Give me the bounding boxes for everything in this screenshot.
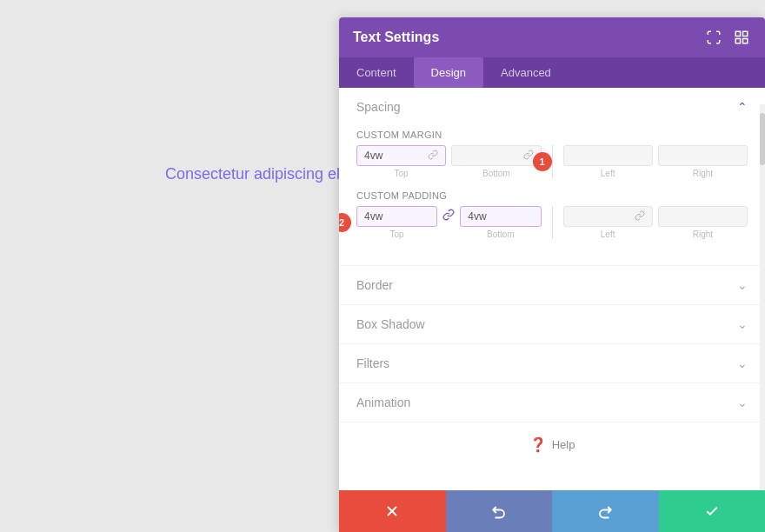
margin-right-input[interactable] [666,150,740,162]
tab-advanced[interactable]: Advanced [483,57,569,88]
box-shadow-section: Box Shadow ⌄ [339,305,765,344]
svg-rect-1 [743,31,748,36]
padding-separator [552,206,553,239]
help-row: ❓ Help [339,422,765,467]
margin-left-group: Left [563,145,653,178]
save-button[interactable] [659,490,766,532]
margin-right-wrapper [658,145,748,166]
filters-section-header[interactable]: Filters ⌄ [339,344,765,382]
tab-content[interactable]: Content [339,57,414,88]
tabs-bar: Content Design Advanced [339,57,765,88]
padding-link-icon[interactable] [442,209,455,223]
tab-design[interactable]: Design [414,57,483,88]
animation-collapse-icon: ⌄ [737,396,748,409]
badge-2: 2 [339,213,351,232]
animation-section: Animation ⌄ [339,383,765,422]
scrollbar-track [760,104,765,490]
padding-right-group: Right [658,206,748,239]
margin-left-label: Left [601,169,615,178]
padding-bottom-label: Bottom [487,229,515,239]
panel-body: Spacing ⌃ Custom Margin [339,88,765,490]
margin-top-group: Top [356,145,446,178]
filters-section: Filters ⌄ [339,344,765,383]
custom-margin-label: Custom Margin [356,130,748,140]
sample-text: Consectetur adipiscing elit [165,165,348,183]
padding-top-group: Top [356,206,437,239]
padding-right-wrapper [658,206,748,227]
help-icon: ❓ [529,436,547,453]
spacing-section-header[interactable]: Spacing ⌃ [339,88,765,126]
border-section-title: Border [356,278,393,292]
panel-title: Text Settings [353,30,439,45]
layout-icon[interactable] [732,28,751,47]
filters-section-title: Filters [356,356,389,370]
spacing-section: Spacing ⌃ Custom Margin [339,88,765,266]
animation-section-title: Animation [356,396,410,409]
panel-header-icons [704,28,751,47]
padding-left-link-icon[interactable] [635,210,645,223]
margin-bottom-input[interactable] [459,150,519,162]
settings-panel: Text Settings Content Design Advanced Sp… [339,17,765,532]
margin-bottom-wrapper [451,145,541,166]
padding-left-label: Left [601,229,615,239]
expand-icon[interactable] [704,28,723,47]
margin-top-input[interactable] [364,150,424,162]
padding-bottom-wrapper [460,206,541,227]
border-section: Border ⌄ [339,266,765,305]
panel-footer [339,490,765,532]
animation-section-header[interactable]: Animation ⌄ [339,383,765,422]
margin-left-input[interactable] [571,150,645,162]
padding-right-label: Right [693,229,713,239]
padding-left-input[interactable] [571,210,631,223]
spacing-collapse-icon: ⌃ [737,100,748,114]
cancel-button[interactable] [339,490,446,532]
margin-right-label: Right [693,169,713,178]
svg-rect-2 [743,39,748,43]
badge-1: 1 [533,152,552,171]
margin-top-link-icon[interactable] [428,150,438,162]
padding-right-input[interactable] [666,210,740,223]
panel-header: Text Settings [339,17,765,57]
custom-margin-group: Custom Margin [356,130,748,178]
svg-rect-0 [735,31,740,36]
margin-top-wrapper [356,145,446,166]
margin-top-label: Top [395,169,409,178]
box-shadow-section-title: Box Shadow [356,317,425,331]
box-shadow-collapse-icon: ⌄ [737,317,748,331]
margin-left-wrapper [563,145,653,166]
box-shadow-section-header[interactable]: Box Shadow ⌄ [339,305,765,343]
spacing-section-content: Custom Margin [339,126,765,265]
margin-separator [552,145,553,178]
undo-button[interactable] [446,490,553,532]
scrollbar-thumb[interactable] [760,113,765,165]
padding-top-label: Top [390,229,404,239]
padding-bottom-group: Bottom [460,206,541,239]
spacing-section-title: Spacing [356,100,401,114]
svg-rect-3 [735,39,740,43]
custom-padding-group: Custom Padding 2 Top [356,190,748,239]
padding-bottom-input[interactable] [468,210,533,223]
border-section-header[interactable]: Border ⌄ [339,266,765,304]
redo-button[interactable] [552,490,659,532]
filters-collapse-icon: ⌄ [737,356,748,370]
margin-right-group: Right [658,145,748,178]
margin-input-row: Top [356,145,748,178]
padding-left-group: Left [563,206,653,239]
padding-input-row: 2 Top [356,206,748,239]
padding-left-wrapper [563,206,653,227]
margin-bottom-group: Bottom [451,145,541,178]
help-label[interactable]: Help [552,438,575,451]
custom-padding-label: Custom Padding [356,190,748,201]
margin-bottom-label: Bottom [482,169,510,178]
padding-top-input[interactable] [364,210,429,223]
border-collapse-icon: ⌄ [737,278,748,292]
padding-top-wrapper [356,206,437,227]
